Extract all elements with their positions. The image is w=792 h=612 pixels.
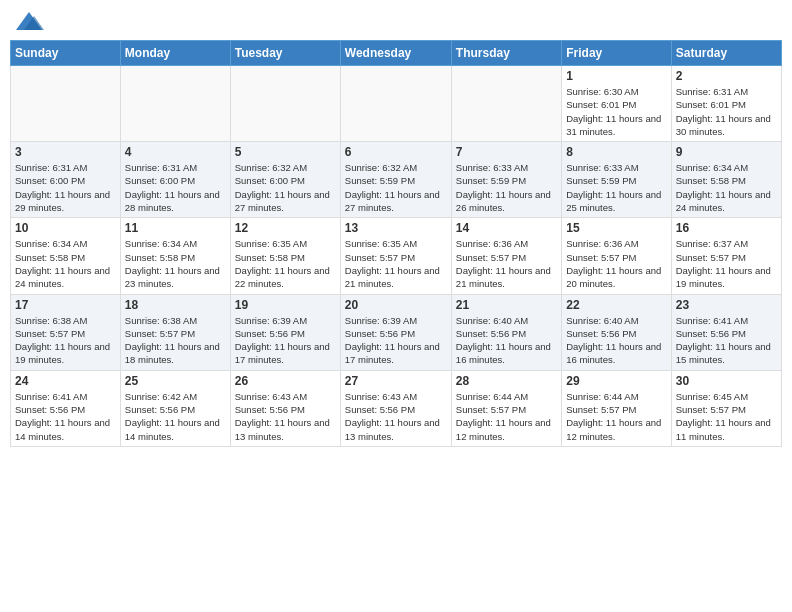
day-number: 14 (456, 221, 557, 235)
calendar-cell (120, 66, 230, 142)
calendar-cell: 28Sunrise: 6:44 AM Sunset: 5:57 PM Dayli… (451, 370, 561, 446)
logo-icon (14, 10, 44, 34)
day-number: 5 (235, 145, 336, 159)
day-number: 27 (345, 374, 447, 388)
day-number: 26 (235, 374, 336, 388)
calendar-cell: 27Sunrise: 6:43 AM Sunset: 5:56 PM Dayli… (340, 370, 451, 446)
calendar-cell: 7Sunrise: 6:33 AM Sunset: 5:59 PM Daylig… (451, 142, 561, 218)
day-number: 3 (15, 145, 116, 159)
day-info: Sunrise: 6:38 AM Sunset: 5:57 PM Dayligh… (125, 314, 226, 367)
calendar-cell: 14Sunrise: 6:36 AM Sunset: 5:57 PM Dayli… (451, 218, 561, 294)
day-info: Sunrise: 6:31 AM Sunset: 6:00 PM Dayligh… (15, 161, 116, 214)
calendar-week-5: 24Sunrise: 6:41 AM Sunset: 5:56 PM Dayli… (11, 370, 782, 446)
weekday-header-wednesday: Wednesday (340, 41, 451, 66)
day-info: Sunrise: 6:35 AM Sunset: 5:57 PM Dayligh… (345, 237, 447, 290)
weekday-header-thursday: Thursday (451, 41, 561, 66)
day-number: 11 (125, 221, 226, 235)
calendar-cell: 13Sunrise: 6:35 AM Sunset: 5:57 PM Dayli… (340, 218, 451, 294)
weekday-header-sunday: Sunday (11, 41, 121, 66)
calendar-cell: 6Sunrise: 6:32 AM Sunset: 5:59 PM Daylig… (340, 142, 451, 218)
day-info: Sunrise: 6:40 AM Sunset: 5:56 PM Dayligh… (566, 314, 666, 367)
calendar-cell: 23Sunrise: 6:41 AM Sunset: 5:56 PM Dayli… (671, 294, 781, 370)
calendar-week-1: 1Sunrise: 6:30 AM Sunset: 6:01 PM Daylig… (11, 66, 782, 142)
day-info: Sunrise: 6:41 AM Sunset: 5:56 PM Dayligh… (15, 390, 116, 443)
day-info: Sunrise: 6:39 AM Sunset: 5:56 PM Dayligh… (345, 314, 447, 367)
calendar-cell (340, 66, 451, 142)
calendar-cell: 21Sunrise: 6:40 AM Sunset: 5:56 PM Dayli… (451, 294, 561, 370)
day-number: 1 (566, 69, 666, 83)
day-info: Sunrise: 6:43 AM Sunset: 5:56 PM Dayligh… (235, 390, 336, 443)
calendar-week-4: 17Sunrise: 6:38 AM Sunset: 5:57 PM Dayli… (11, 294, 782, 370)
day-number: 8 (566, 145, 666, 159)
calendar-header-row: SundayMondayTuesdayWednesdayThursdayFrid… (11, 41, 782, 66)
day-number: 19 (235, 298, 336, 312)
calendar-cell: 5Sunrise: 6:32 AM Sunset: 6:00 PM Daylig… (230, 142, 340, 218)
day-number: 9 (676, 145, 777, 159)
calendar-cell: 30Sunrise: 6:45 AM Sunset: 5:57 PM Dayli… (671, 370, 781, 446)
calendar-cell: 9Sunrise: 6:34 AM Sunset: 5:58 PM Daylig… (671, 142, 781, 218)
calendar-cell: 18Sunrise: 6:38 AM Sunset: 5:57 PM Dayli… (120, 294, 230, 370)
weekday-header-friday: Friday (562, 41, 671, 66)
day-info: Sunrise: 6:44 AM Sunset: 5:57 PM Dayligh… (456, 390, 557, 443)
calendar-cell: 1Sunrise: 6:30 AM Sunset: 6:01 PM Daylig… (562, 66, 671, 142)
day-info: Sunrise: 6:38 AM Sunset: 5:57 PM Dayligh… (15, 314, 116, 367)
calendar-cell (11, 66, 121, 142)
day-number: 18 (125, 298, 226, 312)
day-number: 20 (345, 298, 447, 312)
day-number: 10 (15, 221, 116, 235)
calendar-week-2: 3Sunrise: 6:31 AM Sunset: 6:00 PM Daylig… (11, 142, 782, 218)
day-number: 7 (456, 145, 557, 159)
day-info: Sunrise: 6:33 AM Sunset: 5:59 PM Dayligh… (566, 161, 666, 214)
weekday-header-monday: Monday (120, 41, 230, 66)
day-info: Sunrise: 6:37 AM Sunset: 5:57 PM Dayligh… (676, 237, 777, 290)
logo (14, 10, 48, 34)
calendar-cell: 11Sunrise: 6:34 AM Sunset: 5:58 PM Dayli… (120, 218, 230, 294)
calendar-cell: 4Sunrise: 6:31 AM Sunset: 6:00 PM Daylig… (120, 142, 230, 218)
calendar-cell: 10Sunrise: 6:34 AM Sunset: 5:58 PM Dayli… (11, 218, 121, 294)
day-number: 16 (676, 221, 777, 235)
calendar-cell: 25Sunrise: 6:42 AM Sunset: 5:56 PM Dayli… (120, 370, 230, 446)
day-number: 2 (676, 69, 777, 83)
day-info: Sunrise: 6:34 AM Sunset: 5:58 PM Dayligh… (676, 161, 777, 214)
calendar-cell: 15Sunrise: 6:36 AM Sunset: 5:57 PM Dayli… (562, 218, 671, 294)
day-info: Sunrise: 6:34 AM Sunset: 5:58 PM Dayligh… (125, 237, 226, 290)
day-number: 6 (345, 145, 447, 159)
day-number: 13 (345, 221, 447, 235)
calendar-cell: 17Sunrise: 6:38 AM Sunset: 5:57 PM Dayli… (11, 294, 121, 370)
calendar-cell: 24Sunrise: 6:41 AM Sunset: 5:56 PM Dayli… (11, 370, 121, 446)
day-info: Sunrise: 6:32 AM Sunset: 6:00 PM Dayligh… (235, 161, 336, 214)
calendar-cell: 16Sunrise: 6:37 AM Sunset: 5:57 PM Dayli… (671, 218, 781, 294)
day-info: Sunrise: 6:41 AM Sunset: 5:56 PM Dayligh… (676, 314, 777, 367)
day-info: Sunrise: 6:30 AM Sunset: 6:01 PM Dayligh… (566, 85, 666, 138)
calendar-cell: 3Sunrise: 6:31 AM Sunset: 6:00 PM Daylig… (11, 142, 121, 218)
day-info: Sunrise: 6:35 AM Sunset: 5:58 PM Dayligh… (235, 237, 336, 290)
day-info: Sunrise: 6:31 AM Sunset: 6:01 PM Dayligh… (676, 85, 777, 138)
day-number: 28 (456, 374, 557, 388)
day-info: Sunrise: 6:32 AM Sunset: 5:59 PM Dayligh… (345, 161, 447, 214)
calendar-week-3: 10Sunrise: 6:34 AM Sunset: 5:58 PM Dayli… (11, 218, 782, 294)
day-number: 21 (456, 298, 557, 312)
day-number: 12 (235, 221, 336, 235)
day-info: Sunrise: 6:43 AM Sunset: 5:56 PM Dayligh… (345, 390, 447, 443)
weekday-header-saturday: Saturday (671, 41, 781, 66)
day-number: 15 (566, 221, 666, 235)
day-info: Sunrise: 6:36 AM Sunset: 5:57 PM Dayligh… (456, 237, 557, 290)
day-info: Sunrise: 6:40 AM Sunset: 5:56 PM Dayligh… (456, 314, 557, 367)
day-info: Sunrise: 6:33 AM Sunset: 5:59 PM Dayligh… (456, 161, 557, 214)
day-number: 23 (676, 298, 777, 312)
day-info: Sunrise: 6:31 AM Sunset: 6:00 PM Dayligh… (125, 161, 226, 214)
day-info: Sunrise: 6:39 AM Sunset: 5:56 PM Dayligh… (235, 314, 336, 367)
calendar-cell (451, 66, 561, 142)
calendar-cell (230, 66, 340, 142)
day-number: 29 (566, 374, 666, 388)
day-info: Sunrise: 6:34 AM Sunset: 5:58 PM Dayligh… (15, 237, 116, 290)
day-number: 25 (125, 374, 226, 388)
day-info: Sunrise: 6:45 AM Sunset: 5:57 PM Dayligh… (676, 390, 777, 443)
calendar-cell: 2Sunrise: 6:31 AM Sunset: 6:01 PM Daylig… (671, 66, 781, 142)
calendar-cell: 8Sunrise: 6:33 AM Sunset: 5:59 PM Daylig… (562, 142, 671, 218)
calendar-cell: 20Sunrise: 6:39 AM Sunset: 5:56 PM Dayli… (340, 294, 451, 370)
day-info: Sunrise: 6:36 AM Sunset: 5:57 PM Dayligh… (566, 237, 666, 290)
calendar-cell: 29Sunrise: 6:44 AM Sunset: 5:57 PM Dayli… (562, 370, 671, 446)
day-number: 24 (15, 374, 116, 388)
day-number: 17 (15, 298, 116, 312)
